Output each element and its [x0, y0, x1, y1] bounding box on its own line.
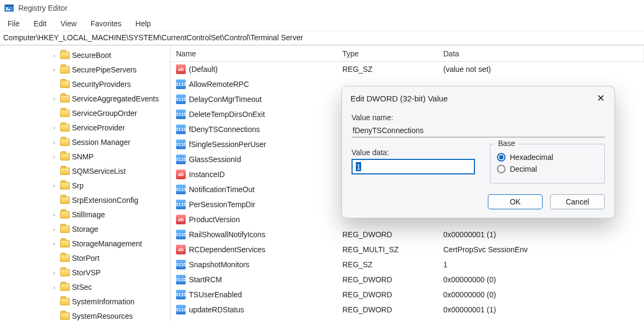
tree-item[interactable]: ·StorPort: [2, 251, 170, 265]
tree-item[interactable]: ·SystemInformation: [2, 294, 170, 309]
value-data: 0x00000000 (0): [443, 290, 644, 299]
tree-item[interactable]: ·SrpExtensionConfig: [2, 193, 170, 207]
value-name: GlassSessionId: [189, 155, 241, 164]
menu-view[interactable]: View: [61, 19, 77, 28]
chevron-right-icon[interactable]: ›: [50, 139, 58, 145]
chevron-right-icon[interactable]: ›: [50, 182, 58, 189]
tree-item-label: StSec: [72, 283, 92, 291]
reg-dword-icon: 0110: [176, 94, 186, 104]
menu-file[interactable]: File: [8, 19, 20, 28]
col-header-type[interactable]: Type: [342, 46, 443, 61]
tree-item[interactable]: ›SecurePipeServers: [2, 62, 170, 77]
tree-item[interactable]: ›Storage: [2, 222, 170, 236]
chevron-right-icon[interactable]: ›: [50, 153, 58, 160]
tree-item-label: SecureBoot: [72, 51, 111, 60]
value-data-label: Value data:: [352, 148, 475, 157]
value-data-field[interactable]: 1: [352, 159, 475, 174]
value-row[interactable]: 0110RailShowallNotifyIconsREG_DWORD0x000…: [171, 227, 644, 242]
folder-icon: [60, 269, 70, 276]
tree-item-label: StorVSP: [72, 268, 101, 277]
radio-decimal[interactable]: Decimal: [497, 165, 598, 173]
reg-string-icon: ab: [176, 64, 186, 74]
folder-icon: [60, 80, 70, 88]
folder-icon: [60, 225, 70, 233]
value-row[interactable]: 0110StartRCMREG_DWORD0x00000000 (0): [171, 272, 644, 287]
value-name-field[interactable]: [352, 124, 605, 137]
value-data: (value not set): [443, 65, 644, 74]
chevron-right-icon[interactable]: ›: [50, 211, 58, 218]
chevron-right-icon[interactable]: ›: [50, 284, 58, 290]
folder-icon: [60, 66, 70, 74]
tree-item[interactable]: ›Srp: [2, 178, 170, 193]
folder-icon: [60, 196, 70, 204]
value-row[interactable]: 0110SnapshotMonitorsREG_SZ1: [171, 257, 644, 272]
value-type: REG_MULTI_SZ: [342, 245, 443, 254]
reg-dword-icon: 0110: [176, 260, 186, 269]
folder-icon: [60, 52, 70, 59]
radio-hex-label: Hexadecimal: [510, 153, 553, 162]
tree-item[interactable]: ›SecureBoot: [2, 48, 170, 62]
reg-dword-icon: 0110: [176, 125, 186, 134]
cancel-button[interactable]: Cancel: [550, 194, 605, 209]
tree-item-label: SrpExtensionConfig: [72, 196, 138, 204]
value-data: CertPropSvc SessionEnv: [443, 245, 644, 254]
tree-item[interactable]: ·SQMServiceList: [2, 164, 170, 178]
value-name-label: Value name:: [352, 113, 605, 122]
tree-item[interactable]: ›StorageManagement: [2, 236, 170, 251]
tree-item[interactable]: ·SystemResources: [2, 309, 170, 322]
tree-item-label: StorPort: [72, 254, 99, 262]
ok-button[interactable]: OK: [488, 194, 543, 209]
chevron-right-icon[interactable]: ›: [50, 240, 58, 247]
tree-item[interactable]: ·SecurityProviders: [2, 77, 170, 91]
value-row[interactable]: ab(Default)REG_SZ(value not set): [171, 62, 644, 77]
tree-item[interactable]: ›Session Manager: [2, 135, 170, 149]
value-type: REG_DWORD: [342, 305, 443, 314]
folder-icon: [60, 182, 70, 189]
chevron-right-icon[interactable]: ›: [50, 269, 58, 276]
value-name: SnapshotMonitors: [189, 260, 250, 269]
chevron-right-icon[interactable]: ›: [50, 52, 58, 58]
value-row[interactable]: 0110TSUserEnabledREG_DWORD0x00000000 (0): [171, 287, 644, 302]
folder-icon: [60, 312, 70, 320]
folder-icon: [60, 167, 70, 175]
tree-connector-icon: ·: [50, 110, 58, 116]
tree-item[interactable]: ·ServiceGroupOrder: [2, 106, 170, 120]
col-header-data[interactable]: Data: [443, 46, 644, 61]
svg-rect-2: [6, 8, 8, 9]
tree-item-label: SecurityProviders: [72, 80, 131, 89]
chevron-right-icon[interactable]: ›: [50, 67, 58, 73]
edit-dword-dialog: Edit DWORD (32-bit) Value ✕ Value name: …: [341, 86, 615, 218]
tree-item[interactable]: ›StSec: [2, 280, 170, 294]
radio-dec-label: Decimal: [510, 165, 537, 173]
chevron-right-icon[interactable]: ›: [50, 125, 58, 131]
chevron-right-icon[interactable]: ›: [50, 226, 58, 232]
menu-favorites[interactable]: Favorites: [91, 19, 122, 28]
value-row[interactable]: 0110updateRDStatusREG_DWORD0x00000001 (1…: [171, 302, 644, 317]
reg-dword-icon: 0110: [176, 155, 186, 164]
value-name: RCDependentServices: [189, 245, 265, 254]
folder-icon: [60, 211, 70, 218]
tree-item-label: Srp: [72, 181, 84, 190]
tree-item[interactable]: ›ServiceProvider: [2, 120, 170, 135]
tree-item-label: StillImage: [72, 210, 105, 219]
value-row[interactable]: abRCDependentServicesREG_MULTI_SZCertPro…: [171, 242, 644, 257]
close-icon[interactable]: ✕: [595, 93, 606, 104]
tree-connector-icon: ·: [50, 168, 58, 174]
tree-item[interactable]: ›SNMP: [2, 149, 170, 164]
value-data: 0x00000001 (1): [443, 305, 644, 314]
chevron-right-icon[interactable]: ›: [50, 96, 58, 102]
tree-pane[interactable]: ›SecureBoot›SecurePipeServers·SecurityPr…: [0, 46, 171, 322]
tree-item-label: SecurePipeServers: [72, 65, 137, 74]
radio-hexadecimal[interactable]: Hexadecimal: [497, 153, 598, 162]
address-bar[interactable]: Computer\HKEY_LOCAL_MACHINE\SYSTEM\Curre…: [0, 31, 644, 45]
tree-item[interactable]: ›StorVSP: [2, 265, 170, 280]
value-name: fSingleSessionPerUser: [189, 140, 266, 149]
reg-string-icon: ab: [176, 170, 186, 179]
tree-item[interactable]: ›ServiceAggregatedEvents: [2, 91, 170, 106]
menu-edit[interactable]: Edit: [34, 19, 47, 28]
col-header-name[interactable]: Name: [171, 46, 342, 61]
tree-item[interactable]: ›StillImage: [2, 207, 170, 222]
menu-help[interactable]: Help: [135, 19, 151, 28]
folder-icon: [60, 240, 70, 247]
reg-dword-icon: 0110: [176, 140, 186, 149]
